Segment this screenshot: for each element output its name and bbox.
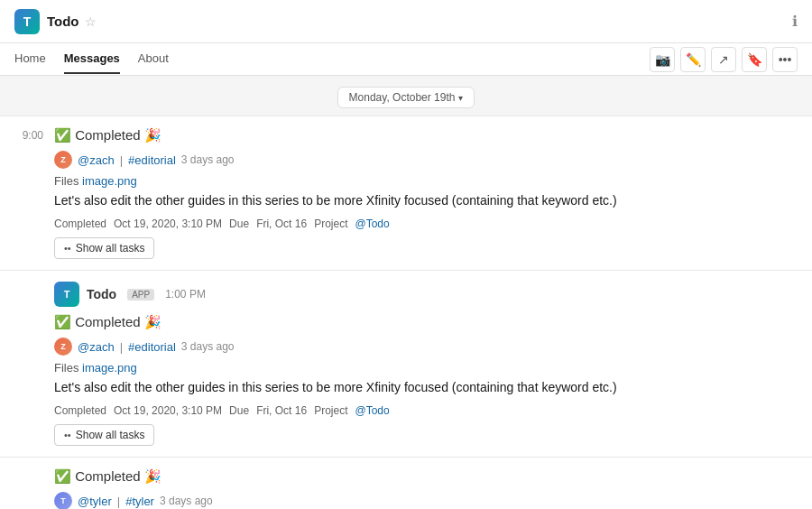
star-icon[interactable]: ☆ <box>85 14 97 29</box>
meta-completed-date-1: Oct 19, 2020, 3:10 PM <box>114 217 222 230</box>
toolbar-bookmark[interactable]: 🔖 <box>742 47 767 72</box>
sender-row-2: Z @zach | #editorial 3 days ago <box>54 338 798 356</box>
top-bar: T Todo ☆ ℹ <box>0 0 812 43</box>
show-all-tasks-button-2[interactable]: •• Show all tasks <box>54 424 154 446</box>
message-block-1: 9:00 ✅ Completed 🎉 Z @zach | #editorial … <box>0 116 812 270</box>
sender-channel-3[interactable]: #tyler <box>125 495 154 508</box>
app-title: Todo <box>47 14 79 29</box>
tab-about[interactable]: About <box>138 44 169 74</box>
meta-completed-label-2: Completed <box>54 404 106 417</box>
main-content: Monday, October 19th ▾ 9:00 ✅ Completed … <box>0 76 812 509</box>
files-link-2[interactable]: image.png <box>82 361 137 375</box>
message-block-3: ✅ Completed 🎉 T @tyler | #tyler 3 days a… <box>0 457 812 509</box>
nav-tabs: Home Messages About 📷 ✏️ ↗ 🔖 ••• <box>0 43 812 76</box>
message-time-2 <box>0 282 54 446</box>
meta-due-date-2: Fri, Oct 16 <box>256 404 307 417</box>
completed-header-2: ✅ Completed 🎉 <box>54 314 798 330</box>
sender-channel-2[interactable]: #editorial <box>128 340 176 354</box>
message-time-3 <box>0 468 54 509</box>
todo-app-icon: T <box>54 282 79 307</box>
todo-sender-row: T Todo APP 1:00 PM <box>54 282 798 307</box>
meta-project-link-1[interactable]: @Todo <box>355 217 390 230</box>
avatar-2: Z <box>54 338 72 356</box>
todo-icon-text: T <box>64 289 70 300</box>
meta-project-link-2[interactable]: @Todo <box>355 404 390 417</box>
toolbar-more[interactable]: ••• <box>772 47 798 72</box>
files-row-2: Files image.png <box>54 361 798 375</box>
message-block-2: T Todo APP 1:00 PM ✅ Completed 🎉 Z @zach… <box>0 270 812 457</box>
sender-name-1[interactable]: @zach <box>78 153 115 167</box>
date-header-button[interactable]: Monday, October 19th ▾ <box>337 87 475 108</box>
sender-channel-1[interactable]: #editorial <box>128 153 176 167</box>
sender-row-1: Z @zach | #editorial 3 days ago <box>54 151 798 169</box>
messages-list: Monday, October 19th ▾ 9:00 ✅ Completed … <box>0 76 812 509</box>
meta-due-date-1: Fri, Oct 16 <box>256 217 307 230</box>
sender-name-3[interactable]: @tyler <box>78 495 112 508</box>
avatar-1: Z <box>54 151 72 169</box>
meta-project-label-2: Project <box>314 404 347 417</box>
meta-due-label-1: Due <box>229 217 249 230</box>
tab-home[interactable]: Home <box>14 44 46 74</box>
meta-row-2: Completed Oct 19, 2020, 3:10 PM Due Fri,… <box>54 404 798 417</box>
files-link-1[interactable]: image.png <box>82 174 137 188</box>
message-content-3: ✅ Completed 🎉 T @tyler | #tyler 3 days a… <box>54 468 798 509</box>
toolbar-camera[interactable]: 📷 <box>650 47 675 72</box>
dots-icon-2: •• <box>64 430 71 440</box>
show-all-tasks-button-1[interactable]: •• Show all tasks <box>54 237 154 259</box>
message-time-1: 9:00 <box>0 127 54 259</box>
sender-time-3: 3 days ago <box>160 495 213 507</box>
completed-header-1: ✅ Completed 🎉 <box>54 127 798 143</box>
sender-name-2[interactable]: @zach <box>78 340 115 354</box>
sender-time-2: 3 days ago <box>181 340 235 353</box>
meta-row-1: Completed Oct 19, 2020, 3:10 PM Due Fri,… <box>54 217 798 230</box>
todo-app-name: Todo <box>87 287 116 301</box>
meta-project-label-1: Project <box>314 217 347 230</box>
top-bar-actions: ℹ <box>792 13 798 30</box>
info-icon[interactable]: ℹ <box>792 13 798 30</box>
toolbar-edit[interactable]: ✏️ <box>680 47 706 72</box>
date-chevron-icon: ▾ <box>458 93 463 103</box>
app-icon: T <box>14 9 40 34</box>
message-content-2: T Todo APP 1:00 PM ✅ Completed 🎉 Z @zach… <box>54 282 798 446</box>
sender-row-3: T @tyler | #tyler 3 days ago <box>54 492 798 509</box>
meta-completed-date-2: Oct 19, 2020, 3:10 PM <box>114 404 222 417</box>
message-text-1: Let's also edit the other guides in this… <box>54 191 798 210</box>
message-content-1: ✅ Completed 🎉 Z @zach | #editorial 3 day… <box>54 127 798 259</box>
files-row-1: Files image.png <box>54 174 798 188</box>
meta-due-label-2: Due <box>229 404 249 417</box>
app-icon-text: T <box>23 14 32 29</box>
tab-messages[interactable]: Messages <box>64 44 120 74</box>
meta-completed-label-1: Completed <box>54 217 106 230</box>
toolbar-share[interactable]: ↗ <box>711 47 736 72</box>
message-text-2: Let's also edit the other guides in this… <box>54 378 798 397</box>
dots-icon-1: •• <box>64 243 71 254</box>
sender-time-1: 3 days ago <box>181 153 235 166</box>
avatar-3: T <box>54 492 72 509</box>
completed-header-3: ✅ Completed 🎉 <box>54 468 798 485</box>
date-header-label: Monday, October 19th <box>349 91 456 104</box>
app-badge: APP <box>127 289 154 301</box>
date-header-row: Monday, October 19th ▾ <box>0 76 812 116</box>
todo-app-time: 1:00 PM <box>165 288 206 301</box>
